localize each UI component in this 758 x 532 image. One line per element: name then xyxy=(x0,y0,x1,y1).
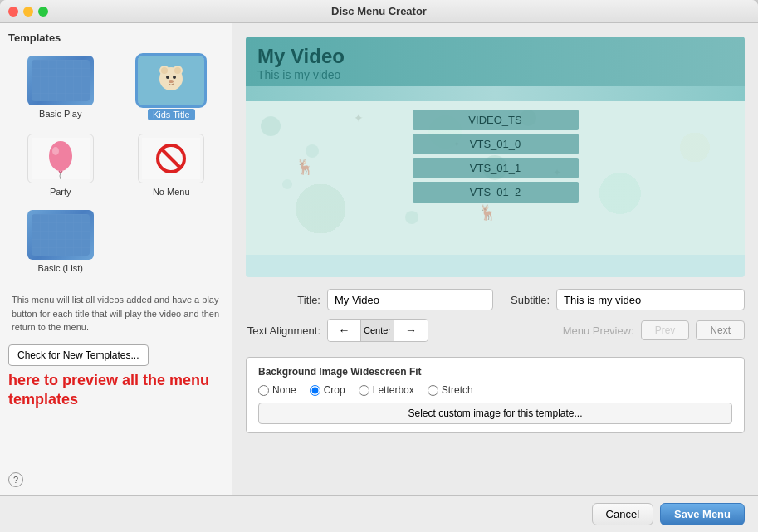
right-panel: My Video This is my video xyxy=(232,23,758,495)
bg-radio-letterbox[interactable] xyxy=(359,385,369,396)
preview-bg: ✦ ✦ ✦ 🦌 🦌 VIDEO_TS VTS_01_0 VTS_01_1 xyxy=(246,101,745,255)
kids-title-icon xyxy=(138,56,204,105)
subtitle-label: Subtitle: xyxy=(500,294,550,306)
bg-radio-none[interactable] xyxy=(258,385,269,396)
bg-option-crop[interactable]: Crop xyxy=(310,384,345,396)
template-thumb-basic-play xyxy=(27,56,94,105)
svg-rect-1 xyxy=(32,60,90,101)
preview-area: My Video This is my video xyxy=(246,37,745,277)
bg-section-title: Background Image Widescreen Fit xyxy=(258,366,732,378)
preview-title: My Video xyxy=(257,45,733,68)
menu-item-1: VTS_01_0 xyxy=(413,134,579,154)
bg-option-stretch[interactable]: Stretch xyxy=(428,384,473,396)
help-button[interactable]: ? xyxy=(8,472,23,487)
svg-text:✦: ✦ xyxy=(354,111,364,124)
main-window: Disc Menu Creator Templates xyxy=(0,0,758,532)
svg-text:🦌: 🦌 xyxy=(296,158,315,176)
template-basic-play[interactable]: Basic Play xyxy=(8,52,113,124)
template-party[interactable]: Party xyxy=(8,130,113,200)
bg-radio-stretch[interactable] xyxy=(428,385,438,396)
svg-point-19 xyxy=(261,116,281,136)
panel-title: Templates xyxy=(8,32,223,44)
bg-label-letterbox: Letterbox xyxy=(373,384,414,396)
menu-item-2: VTS_01_1 xyxy=(413,158,579,178)
bg-label-crop: Crop xyxy=(324,384,345,396)
title-label: Title: xyxy=(246,294,320,306)
template-label-no-menu: No Menu xyxy=(153,187,190,197)
menu-item-0: VIDEO_TS xyxy=(413,110,579,130)
cancel-button[interactable]: Cancel xyxy=(592,503,653,525)
preview-link-text: here to preview all the menu templates xyxy=(8,371,223,410)
menu-item-3: VTS_01_2 xyxy=(413,182,579,203)
svg-point-24 xyxy=(405,211,418,224)
svg-rect-18 xyxy=(32,214,90,256)
bottom-bar: Cancel Save Menu xyxy=(0,495,758,532)
form-section: Title: Subtitle: Text Alignment: ← Cente… xyxy=(246,289,745,433)
templates-grid: Basic Play xyxy=(8,52,223,276)
svg-point-20 xyxy=(306,144,319,158)
svg-point-9 xyxy=(173,76,176,79)
bg-radio-crop[interactable] xyxy=(310,385,320,396)
svg-text:🦌: 🦌 xyxy=(478,203,497,222)
subtitle-input[interactable] xyxy=(556,289,745,310)
bg-option-none[interactable]: None xyxy=(258,384,296,396)
template-thumb-no-menu xyxy=(138,134,204,183)
title-bar: Disc Menu Creator xyxy=(0,0,758,23)
bg-options-row: None Crop Letterbox Stretch xyxy=(258,384,732,396)
template-label-basic-list: Basic (List) xyxy=(38,263,83,273)
no-menu-icon xyxy=(142,138,200,179)
bg-label-stretch: Stretch xyxy=(442,384,473,396)
svg-point-6 xyxy=(161,67,168,74)
title-subtitle-row: Title: Subtitle: xyxy=(246,289,745,310)
basic-list-icon xyxy=(32,214,90,256)
template-label-party: Party xyxy=(50,187,71,197)
prev-button[interactable]: Prev xyxy=(641,320,690,340)
bg-label-none: None xyxy=(272,384,296,396)
alignment-preview-row: Text Alignment: ← Center → Menu Preview:… xyxy=(246,319,745,342)
svg-point-10 xyxy=(169,80,174,83)
content-area: Templates xyxy=(0,23,758,495)
template-basic-list[interactable]: Basic (List) xyxy=(8,207,113,276)
bg-section: Background Image Widescreen Fit None Cro… xyxy=(246,357,745,433)
preview-stripe xyxy=(246,86,745,101)
alignment-buttons: ← Center → xyxy=(327,319,428,342)
svg-point-12 xyxy=(49,141,72,171)
svg-point-7 xyxy=(174,67,181,74)
template-label-basic-play: Basic Play xyxy=(39,109,81,119)
next-button[interactable]: Next xyxy=(696,320,745,340)
svg-point-8 xyxy=(166,76,169,79)
menu-preview-label: Menu Preview: xyxy=(560,325,634,337)
align-right-button[interactable]: → xyxy=(394,320,428,341)
save-menu-button[interactable]: Save Menu xyxy=(660,503,745,525)
title-input[interactable] xyxy=(327,289,493,310)
align-left-button[interactable]: ← xyxy=(328,320,361,341)
close-button[interactable] xyxy=(8,7,18,17)
party-icon xyxy=(32,138,90,179)
template-thumb-party xyxy=(27,134,94,183)
alignment-label: Text Alignment: xyxy=(246,325,320,337)
preview-nav: Prev Next xyxy=(641,320,745,340)
minimize-button[interactable] xyxy=(23,7,33,17)
check-templates-button[interactable]: Check for New Templates... xyxy=(8,344,149,366)
template-label-kids-title: Kids Title xyxy=(148,109,195,120)
bg-option-letterbox[interactable]: Letterbox xyxy=(359,384,414,396)
align-center-label: Center xyxy=(364,325,391,335)
basic-play-icon xyxy=(32,60,90,101)
template-thumb-kids-title xyxy=(138,56,204,105)
maximize-button[interactable] xyxy=(38,7,48,17)
select-image-button[interactable]: Select custom image for this template... xyxy=(258,403,732,424)
traffic-lights xyxy=(8,7,48,17)
left-panel: Templates xyxy=(0,23,232,495)
window-title: Disc Menu Creator xyxy=(331,5,427,17)
preview-subtitle: This is my video xyxy=(257,68,733,81)
template-kids-title[interactable]: Kids Title xyxy=(120,52,224,124)
template-thumb-basic-list xyxy=(27,210,94,260)
menu-items-container: VIDEO_TS VTS_01_0 VTS_01_1 VTS_01_2 xyxy=(413,110,579,206)
template-description: This menu will list all videos added and… xyxy=(8,293,223,334)
svg-point-23 xyxy=(282,179,292,189)
template-no-menu[interactable]: No Menu xyxy=(120,130,224,200)
preview-header: My Video This is my video xyxy=(246,37,745,86)
align-center-button[interactable]: Center xyxy=(361,320,394,341)
svg-point-13 xyxy=(52,147,59,155)
